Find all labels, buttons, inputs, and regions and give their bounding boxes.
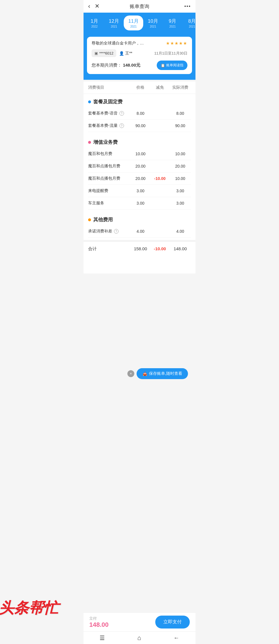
month-selector: 1月202212月202111月202110月20219月20218月20217… [84, 13, 195, 33]
row-price: 20.00 [131, 164, 150, 168]
table-row: 承诺消费补差?4.004.00 [88, 225, 191, 238]
total-text: 您本期共消费： 148.00元 [92, 63, 140, 68]
category-dot [88, 100, 91, 103]
row-actual: 10.00 [170, 152, 191, 156]
month-item[interactable]: 11月2021 [124, 15, 143, 30]
sim-icon: ▣ [94, 51, 98, 55]
month-item[interactable]: 12月2021 [104, 15, 124, 30]
billing-card: 尊敬的全球通白金卡用户，… ★★★★★ ▣ ****6012 👤 王** 11月… [87, 37, 192, 74]
account-number-box[interactable]: ▣ ****6012 [92, 49, 116, 57]
th-price: 价格 [131, 85, 150, 90]
table-row: 套餐基本费-语音?8.008.00 [88, 107, 191, 120]
table-row: 魔百和包月费10.0010.00 [88, 148, 191, 160]
row-price: 10.00 [131, 152, 150, 156]
pay-button[interactable]: 立即支付 [155, 616, 190, 629]
month-label: 1月 [91, 18, 98, 24]
row-name: 魔百和点播包月费 [88, 176, 131, 181]
mascot-icon: 🎪 [142, 371, 147, 376]
question-icon[interactable]: ? [119, 111, 124, 116]
bottom-pay-bar: 立付 148.00 立即支付 [84, 612, 195, 631]
year-label: 2021 [189, 25, 195, 28]
row-name: 魔百和点播包月费 [88, 164, 131, 169]
category-dot [88, 141, 91, 144]
greeting-text: 尊敬的全球通白金卡用户，… [92, 41, 144, 46]
table-row: 魔百和点播包月费20.00-10.0010.00 [88, 172, 191, 185]
year-label: 2021 [150, 25, 156, 28]
row-name: 车主服务 [88, 201, 131, 206]
save-bill-button[interactable]: 🎪 保存账单,随时查看 [137, 368, 188, 379]
row-name: 来电提醒费 [88, 188, 131, 193]
row-name: 套餐基本费-语音? [88, 111, 131, 116]
month-item[interactable]: 9月2021 [163, 15, 182, 30]
account-info-row: ▣ ****6012 👤 王** 11月1日至11月30日 [92, 49, 187, 57]
sys-menu-icon[interactable]: ☰ [100, 635, 105, 641]
sys-home-icon[interactable]: ⌂ [137, 634, 141, 642]
month-label: 10月 [148, 18, 158, 24]
row-name: 魔百和包月费 [88, 151, 131, 156]
row-actual: 4.00 [170, 229, 191, 234]
year-label: 2021 [130, 25, 137, 28]
row-price: 4.00 [131, 229, 150, 234]
total-row-price: 158.00 [131, 246, 150, 252]
total-row-label: 合计 [88, 246, 131, 252]
category-title: 增值业务费 [88, 134, 191, 148]
row-price: 3.00 [131, 201, 150, 205]
total-row-actual: 148.00 [170, 246, 191, 252]
category-title: 其他费用 [88, 212, 191, 225]
sys-back-icon[interactable]: ← [174, 635, 179, 641]
more-icon[interactable]: ••• [184, 4, 191, 9]
year-label: 2021 [111, 25, 117, 28]
stars: ★★★★★ [166, 41, 187, 46]
account-number: ****6012 [99, 51, 113, 55]
read-guide-button[interactable]: 📋 账单阅读指 [157, 61, 187, 70]
row-price: 8.00 [131, 111, 150, 116]
table-header: 消费项目 价格 减免 实际消费 [84, 82, 195, 94]
row-actual: 8.00 [170, 111, 191, 116]
sys-nav-bar: ☰ ⌂ ← [84, 631, 195, 644]
pay-label: 立付 [89, 616, 108, 621]
month-label: 12月 [109, 18, 119, 24]
back-icon[interactable]: ‹ [88, 3, 90, 10]
row-name: 套餐基本费-流量? [88, 123, 131, 128]
banner-area: 尊敬的全球通白金卡用户，… ★★★★★ ▣ ****6012 👤 王** 11月… [84, 33, 195, 80]
th-discount: 减免 [150, 85, 170, 90]
user-name: 👤 王** [119, 51, 132, 56]
th-item: 消费项目 [88, 85, 131, 90]
month-label: 11月 [128, 18, 139, 24]
question-icon[interactable]: ? [114, 229, 119, 234]
table-row: 车主服务3.003.00 [88, 197, 191, 210]
month-label: 9月 [169, 18, 176, 24]
nav-left: ‹ ✕ [88, 3, 100, 10]
category-title-text: 增值业务费 [93, 139, 118, 146]
toast-popup: × 🎪 保存账单,随时查看 [127, 368, 188, 379]
row-name: 承诺消费补差? [88, 229, 131, 234]
category-title-text: 套餐及固定费 [93, 98, 123, 105]
category-title-text: 其他费用 [93, 216, 113, 223]
question-icon[interactable]: ? [119, 123, 124, 128]
row-price: 90.00 [131, 123, 150, 128]
row-price: 3.00 [131, 189, 150, 193]
page-title: 账单查询 [130, 3, 149, 10]
row-actual: 90.00 [170, 123, 191, 128]
row-actual: 20.00 [170, 164, 191, 168]
categories-container: 套餐及固定费套餐基本费-语音?8.008.00套餐基本费-流量?90.0090.… [84, 94, 195, 240]
category-dot [88, 218, 91, 221]
th-actual: 实际消费 [170, 85, 191, 90]
row-actual: 3.00 [170, 201, 191, 205]
row-actual: 10.00 [170, 176, 191, 181]
date-range: 11月1日至11月30日 [154, 51, 187, 56]
year-label: 2021 [169, 25, 176, 28]
total-row-discount: -10.00 [150, 246, 170, 252]
close-icon[interactable]: ✕ [95, 3, 100, 10]
row-discount: -10.00 [150, 176, 170, 181]
month-item[interactable]: 1月2022 [85, 15, 104, 30]
month-item[interactable]: 8月2021 [182, 15, 195, 30]
month-item[interactable]: 10月2021 [143, 15, 163, 30]
payment-info: 立付 148.00 [89, 616, 108, 629]
guide-icon: 📋 [161, 63, 165, 67]
total-row: 合计 158.00 -10.00 148.00 [84, 241, 195, 256]
close-toast-button[interactable]: × [127, 370, 134, 377]
user-icon: 👤 [119, 51, 124, 56]
table-row: 来电提醒费3.003.00 [88, 185, 191, 197]
row-actual: 3.00 [170, 189, 191, 193]
